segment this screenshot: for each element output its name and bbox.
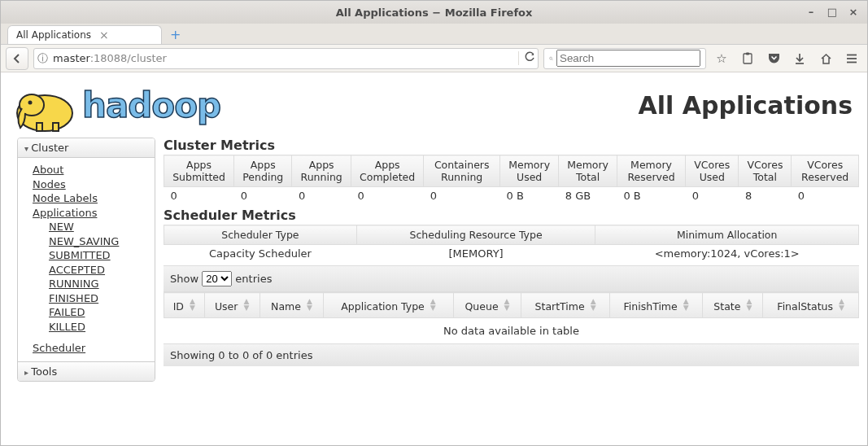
reading-list-button[interactable]: [737, 48, 758, 69]
search-bar[interactable]: [543, 48, 706, 69]
no-data-message: No data available in table: [164, 318, 859, 344]
column-header[interactable]: FinalStatus ▲▼: [763, 293, 859, 318]
metrics-value: [MEMORY]: [356, 245, 595, 263]
sidebar-link-node-labels[interactable]: Node Labels: [33, 191, 151, 206]
back-button[interactable]: [6, 47, 28, 70]
bookmark-star-button[interactable]: ☆: [711, 48, 732, 69]
main-panel: Cluster Metrics Apps SubmittedApps Pendi…: [164, 138, 859, 382]
column-header[interactable]: FinishTime ▲▼: [609, 293, 703, 318]
sidebar-link-appstate[interactable]: SUBMITTED: [49, 248, 151, 263]
sort-icon: ▲▼: [307, 298, 312, 311]
search-icon: [549, 54, 553, 63]
cluster-metrics-table: Apps SubmittedApps PendingApps RunningAp…: [164, 155, 859, 204]
menu-button[interactable]: [841, 48, 862, 69]
tab-close-button[interactable]: ×: [99, 29, 109, 41]
page-content: hadoop All Applications Cluster About No…: [1, 72, 867, 445]
svg-point-0: [550, 57, 552, 59]
svg-line-1: [552, 59, 552, 59]
show-label-post: entries: [235, 273, 272, 285]
site-identity-icon[interactable]: ⓘ: [37, 51, 48, 66]
svg-rect-2: [744, 54, 752, 63]
metrics-header: Memory Total: [559, 155, 617, 187]
page-title: All Applications: [639, 91, 853, 120]
sort-icon: ▲▼: [839, 298, 844, 311]
maximize-button[interactable]: □: [825, 4, 840, 19]
metrics-header: VCores Used: [686, 155, 739, 187]
close-window-button[interactable]: ×: [846, 4, 861, 19]
sidebar-section-tools[interactable]: Tools: [18, 361, 155, 381]
datatable-length-control: Show 20 entries: [164, 265, 859, 292]
column-header[interactable]: StartTime ▲▼: [521, 293, 609, 318]
titlebar: All Applications − Mozilla Firefox – □ ×: [1, 1, 867, 24]
svg-rect-11: [37, 123, 42, 131]
sidebar-link-appstate[interactable]: KILLED: [49, 320, 151, 334]
firefox-window: All Applications − Mozilla Firefox – □ ×…: [0, 0, 868, 446]
sidebar-link-applications[interactable]: Applications: [33, 206, 151, 221]
sidebar-link-nodes[interactable]: Nodes: [33, 177, 151, 192]
sidebar-link-appstate[interactable]: FAILED: [49, 305, 151, 320]
sidebar-link-appstate[interactable]: RUNNING: [49, 277, 151, 291]
metrics-header: VCores Reserved: [792, 155, 859, 187]
metrics-header: Containers Running: [424, 155, 500, 187]
home-button[interactable]: [815, 48, 836, 69]
metrics-header: VCores Total: [739, 155, 792, 187]
metrics-value: 8 GB: [559, 187, 617, 205]
home-icon: [820, 53, 832, 64]
new-tab-button[interactable]: +: [165, 27, 185, 44]
pocket-button[interactable]: [763, 48, 784, 69]
search-input[interactable]: [556, 50, 700, 67]
sidebar-link-appstate[interactable]: NEW_SAVING: [49, 234, 151, 249]
pocket-icon: [768, 53, 780, 64]
url-text: master:18088/cluster: [53, 52, 513, 64]
metrics-value: 0: [351, 187, 423, 205]
scheduler-metrics-title: Scheduler Metrics: [164, 208, 859, 223]
metrics-value: 0: [424, 187, 500, 205]
metrics-header: Memory Used: [500, 155, 559, 187]
sidebar-link-about[interactable]: About: [33, 163, 151, 177]
metrics-value: 0: [234, 187, 292, 205]
minimize-button[interactable]: –: [804, 4, 818, 19]
metrics-header: Scheduler Type: [164, 225, 357, 245]
column-header[interactable]: State ▲▼: [703, 293, 763, 318]
clipboard-icon: [742, 52, 753, 65]
column-header[interactable]: User ▲▼: [204, 293, 260, 318]
metrics-value: <memory:1024, vCores:1>: [595, 245, 859, 263]
show-label-pre: Show: [170, 273, 198, 285]
sidebar-link-appstate[interactable]: ACCEPTED: [49, 263, 151, 278]
metrics-header: Apps Running: [292, 155, 351, 187]
app-state-links: NEWNEW_SAVINGSUBMITTEDACCEPTEDRUNNINGFIN…: [33, 220, 151, 334]
cluster-metrics-title: Cluster Metrics: [164, 138, 859, 153]
column-header[interactable]: Name ▲▼: [260, 293, 324, 318]
metrics-value: 0: [792, 187, 859, 205]
metrics-value: 8: [739, 187, 792, 205]
banner: hadoop All Applications: [4, 72, 864, 134]
svg-rect-12: [53, 123, 59, 131]
sort-icon: ▲▼: [243, 298, 249, 311]
column-header[interactable]: ID ▲▼: [164, 293, 205, 318]
browser-tab[interactable]: All Applications ×: [7, 25, 162, 44]
metrics-value: 0: [686, 187, 739, 205]
hadoop-logo: hadoop: [7, 76, 220, 134]
metrics-value: Capacity Scheduler: [164, 245, 357, 263]
downloads-button[interactable]: [789, 48, 810, 69]
svg-point-10: [28, 101, 33, 105]
reload-button[interactable]: [518, 51, 534, 65]
scheduler-metrics-table: Scheduler TypeScheduling Resource TypeMi…: [164, 225, 859, 262]
tab-title: All Applications: [16, 29, 91, 41]
hadoop-elephant-icon: [7, 76, 82, 134]
navigation-toolbar: ⓘ master:18088/cluster ☆: [1, 45, 867, 72]
metrics-value: 0 B: [500, 187, 559, 205]
sidebar-link-appstate[interactable]: FINISHED: [49, 291, 151, 306]
hadoop-logo-text: hadoop: [82, 85, 220, 125]
url-bar[interactable]: ⓘ master:18088/cluster: [33, 48, 539, 69]
metrics-value: 0 B: [617, 187, 685, 205]
sidebar-link-scheduler[interactable]: Scheduler: [33, 341, 151, 356]
column-header[interactable]: Queue ▲▼: [453, 293, 521, 318]
applications-table: ID ▲▼User ▲▼Name ▲▼Application Type ▲▼Qu…: [164, 292, 859, 343]
sort-icon: ▲▼: [190, 298, 195, 311]
column-header[interactable]: Application Type ▲▼: [324, 293, 453, 318]
metrics-value: 0: [164, 187, 234, 205]
entries-select[interactable]: 20: [202, 271, 232, 286]
sidebar-link-appstate[interactable]: NEW: [49, 220, 151, 234]
sidebar-section-cluster[interactable]: Cluster: [18, 138, 155, 158]
